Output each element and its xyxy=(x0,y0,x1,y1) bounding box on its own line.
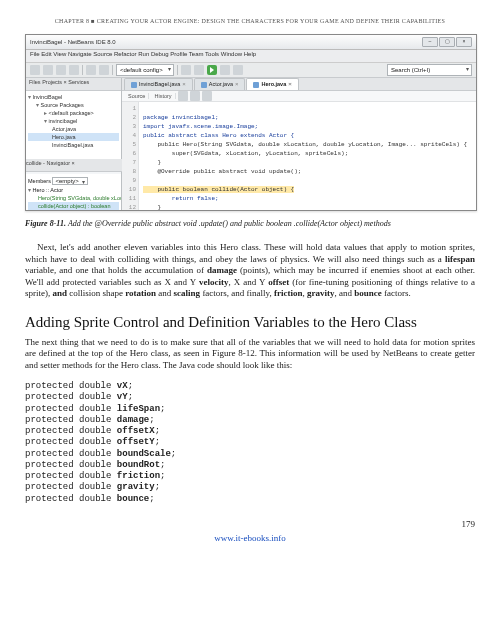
ide-left-pane: Files Projects × Services InvinciBagel S… xyxy=(26,78,122,211)
tree-file[interactable]: Hero.java xyxy=(28,133,119,141)
nav-method-collide[interactable]: collide(Actor object) : boolean xyxy=(28,202,119,210)
java-file-icon xyxy=(253,82,259,88)
window-controls: – ▢ × xyxy=(422,37,472,47)
editor-tool-icon[interactable] xyxy=(190,91,200,101)
source-view-button[interactable]: Source xyxy=(125,93,149,99)
section-heading: Adding Sprite Control and Definition Var… xyxy=(25,314,475,331)
ide-toolbar: <default config> Search (Ctrl+I) xyxy=(26,63,476,78)
body-paragraph: The next thing that we need to do is to … xyxy=(25,337,475,372)
close-icon[interactable]: × xyxy=(456,37,472,47)
new-file-icon[interactable] xyxy=(30,65,40,75)
profile-icon[interactable] xyxy=(233,65,243,75)
toolbar-separator xyxy=(82,65,83,75)
ide-menubar[interactable]: File Edit View Navigate Source Refactor … xyxy=(26,50,476,63)
ide-editor-pane: InvinciBagel.java× Actor.java× Hero.java… xyxy=(122,78,476,211)
toolbar-separator xyxy=(112,65,113,75)
tab-close-icon[interactable]: × xyxy=(288,79,292,90)
undo-icon[interactable] xyxy=(86,65,96,75)
chapter-header: CHAPTER 8 ■ CREATING YOUR ACTOR ENGINE: … xyxy=(25,18,475,24)
nav-members-label: Members <empty> xyxy=(28,176,119,186)
tab-close-icon[interactable]: × xyxy=(182,79,186,90)
debug-icon[interactable] xyxy=(220,65,230,75)
editor-tabs: InvinciBagel.java× Actor.java× Hero.java… xyxy=(122,78,476,91)
tree-file[interactable]: InvinciBagel.java xyxy=(28,141,119,149)
java-file-icon xyxy=(201,82,207,88)
nav-constructor[interactable]: Hero(String SVGdata, double xLoc... xyxy=(28,194,119,202)
history-view-button[interactable]: History xyxy=(151,93,175,99)
footer-link[interactable]: www.it-ebooks.info xyxy=(25,533,475,543)
ide-title: InvinciBagel - NetBeans IDE 8.0 xyxy=(30,39,116,45)
config-dropdown[interactable]: <default config> xyxy=(116,64,174,76)
nav-combo[interactable]: <empty> xyxy=(52,177,87,185)
java-file-icon xyxy=(131,82,137,88)
clean-build-icon[interactable] xyxy=(194,65,204,75)
line-gutter: 123456789101112 xyxy=(122,102,139,211)
netbeans-ide-screenshot: InvinciBagel - NetBeans IDE 8.0 – ▢ × Fi… xyxy=(25,34,477,211)
navigator-pane[interactable]: Members <empty> Hero :: Actor Hero(Strin… xyxy=(26,174,121,211)
body-paragraph: Next, let's add another eleven variables… xyxy=(25,242,475,300)
editor-tool-icon[interactable] xyxy=(202,91,212,101)
ide-titlebar: InvinciBagel - NetBeans IDE 8.0 – ▢ × xyxy=(26,35,476,50)
page-number: 179 xyxy=(25,519,475,529)
toolbar-separator xyxy=(177,65,178,75)
tree-src-packages[interactable]: Source Packages xyxy=(28,101,119,109)
tree-app-pkg[interactable]: invincibagel xyxy=(28,117,119,125)
build-icon[interactable] xyxy=(181,65,191,75)
code-content[interactable]: package invincibagel; import javafx.scen… xyxy=(139,102,476,211)
tree-root[interactable]: InvinciBagel xyxy=(28,93,119,101)
code-editor[interactable]: 123456789101112 package invincibagel; im… xyxy=(122,102,476,211)
code-listing: protected double vX; protected double vY… xyxy=(25,381,475,505)
search-input[interactable]: Search (Ctrl+I) xyxy=(387,64,472,76)
save-all-icon[interactable] xyxy=(69,65,79,75)
open-icon[interactable] xyxy=(56,65,66,75)
nav-class[interactable]: Hero :: Actor xyxy=(28,186,119,194)
figure-caption: Figure 8-11. Add the @Override public ab… xyxy=(25,219,475,228)
new-project-icon[interactable] xyxy=(43,65,53,75)
tree-default-pkg[interactable]: <default package> xyxy=(28,109,119,117)
nav-method-update[interactable]: update() xyxy=(28,210,119,211)
editor-tab[interactable]: Actor.java× xyxy=(194,78,246,90)
editor-tool-icon[interactable] xyxy=(178,91,188,101)
redo-icon[interactable] xyxy=(99,65,109,75)
navigator-header: collide - Navigator × xyxy=(25,159,123,172)
projects-tabs[interactable]: Files Projects × Services xyxy=(26,78,121,91)
project-tree[interactable]: InvinciBagel Source Packages <default pa… xyxy=(26,91,121,161)
editor-sub-toolbar: Source History xyxy=(122,91,476,102)
tree-file[interactable]: Actor.java xyxy=(28,125,119,133)
run-icon[interactable] xyxy=(207,65,217,75)
minimize-icon[interactable]: – xyxy=(422,37,438,47)
editor-tab-active[interactable]: Hero.java× xyxy=(246,78,298,90)
maximize-icon[interactable]: ▢ xyxy=(439,37,455,47)
editor-tab[interactable]: InvinciBagel.java× xyxy=(124,78,193,90)
tab-close-icon[interactable]: × xyxy=(235,79,239,90)
